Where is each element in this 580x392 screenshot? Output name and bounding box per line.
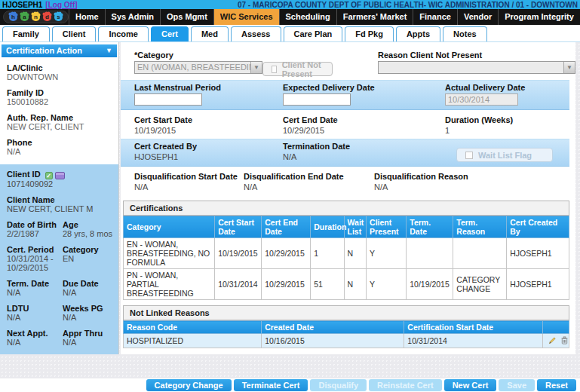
hands-logo-letter: d (43, 13, 51, 21)
certification-row: PN - WOMAN, PARTIAL BREASTFEEDING 10/31/… (124, 269, 569, 300)
lmp-input[interactable] (134, 93, 202, 106)
not-linked-reasons-table: Reason Code Created Date Certification S… (123, 320, 569, 348)
tab-income[interactable]: Income (98, 26, 149, 41)
id-card-icon (55, 172, 65, 179)
auth-rep-value: NEW CERT, CLIENT (7, 122, 118, 131)
hands-logo-letter: n (32, 13, 40, 21)
tab-appts[interactable]: Appts (396, 26, 440, 41)
hands-logo: h a n d s (0, 9, 69, 25)
tab-care-plan[interactable]: Care Plan (284, 26, 343, 41)
save-button[interactable]: Save (499, 379, 535, 391)
client-id-label: Client ID ✓ (7, 170, 118, 179)
hands-logo-letter: h (9, 13, 17, 21)
menu-item-vendor[interactable]: Vendor (457, 9, 498, 25)
not-linked-reasons-section-header: Not Linked Reasons (123, 305, 569, 320)
action-button-bar: Category Change Terminate Cert Disqualif… (0, 378, 580, 392)
chevron-down-icon: ▼ (106, 47, 112, 54)
reason-not-present-label: Reason Client Not Present (378, 51, 575, 60)
edd-input[interactable] (283, 93, 351, 106)
termination-date-label: Termination Date (283, 142, 400, 151)
actual-delivery-input[interactable] (445, 93, 518, 106)
cert-end-label: Cert End Date (283, 115, 400, 124)
phone-value: N/A (7, 147, 118, 156)
category-label: *Category (134, 51, 262, 60)
client-id-value: 1071409092 (7, 179, 118, 188)
menu-item-ops-mgmt[interactable]: Ops Mgmt (160, 9, 213, 25)
not-linked-header-row: Reason Code Created Date Certification S… (124, 321, 569, 334)
disq-reason-label: Disqualification Reason (374, 172, 575, 181)
content-area: Certification Action ▼ LA/Clinic DOWNTOW… (0, 42, 580, 378)
logged-in-user: HJOSEPH1 (2, 1, 42, 9)
menu-item-sys-admin[interactable]: Sys Admin (105, 9, 160, 25)
delete-icon[interactable] (560, 336, 569, 346)
log-off-link[interactable]: [Log Off] (45, 1, 77, 9)
category-select[interactable]: EN (WOMAN, BREASTFEEDING ▼ (134, 61, 262, 74)
cert-created-by-label: Cert Created By (134, 142, 283, 151)
duration-value: 1 (445, 126, 575, 135)
family-id-value: 150010882 (7, 97, 118, 106)
client-not-present-toggle[interactable]: Client Not Present (262, 62, 333, 76)
tab-family[interactable]: Family (2, 26, 50, 41)
tab-client[interactable]: Client (52, 26, 97, 41)
disq-end-value: N/A (244, 182, 361, 191)
disq-end-label: Disqualification End Date (244, 172, 361, 181)
top-status-bar: HJOSEPH1 [Log Off] 07 - MARICOPA COUNTY … (0, 0, 580, 9)
system-title: 07 - MARICOPA COUNTY DEPT OF PUBLIC HEAL… (238, 1, 578, 9)
lmp-label: Last Menstrual Period (134, 83, 283, 92)
wait-list-flag-toggle[interactable]: Wait List Flag (456, 148, 553, 162)
certifications-section-header: Certifications (123, 201, 569, 216)
menu-item-finance[interactable]: Finance (413, 9, 457, 25)
disq-start-label: Disqualification Start Date (134, 172, 244, 181)
menu-item-home[interactable]: Home (69, 9, 105, 25)
menu-item-farmers-market[interactable]: Farmers' Market (336, 9, 413, 25)
terminate-cert-button[interactable]: Terminate Cert (234, 379, 308, 391)
disq-reason-value: N/A (374, 182, 575, 191)
tab-fd-pkg[interactable]: Fd Pkg (345, 26, 394, 41)
disqualify-button[interactable]: Disqualify (310, 379, 367, 391)
certification-row: EN - WOMAN, BREASTFEEDING, NO FORMULA 10… (124, 238, 569, 269)
tab-med[interactable]: Med (191, 26, 229, 41)
reset-button[interactable]: Reset (537, 379, 576, 391)
menu-item-wic-services[interactable]: WIC Services (213, 9, 279, 25)
menu-item-program-integrity[interactable]: Program Integrity (498, 9, 580, 25)
tab-cert[interactable]: Cert (151, 26, 189, 41)
sidebar-pair-row: Cert. Period10/31/2014 - 10/29/2015 Cate… (7, 245, 118, 272)
verified-check-icon: ✓ (45, 172, 53, 179)
menu-item-scheduling[interactable]: Scheduling (279, 9, 336, 25)
family-id-label: Family ID (7, 88, 118, 97)
certifications-table: Category Cert Start Date Cert End Date D… (123, 216, 569, 300)
sidebar-pair-row: Next Appt.N/A Appr ThruN/A (7, 329, 118, 347)
edd-label: Expected Delivery Date (283, 83, 400, 92)
actual-delivery-label: Actual Delivery Date (445, 83, 569, 92)
duration-label: Duration (Weeks) (445, 115, 575, 124)
sidebar-pair-row: Date of Birth2/2/1987 Age28 yrs, 8 mos (7, 220, 118, 238)
client-name-label: Client Name (7, 195, 118, 204)
cert-start-label: Cert Start Date (134, 115, 283, 124)
termination-date-value: N/A (283, 152, 400, 161)
certification-action-menu[interactable]: Certification Action ▼ (2, 44, 117, 57)
auth-rep-label: Auth. Rep. Name (7, 113, 118, 122)
checkbox-icon (465, 152, 473, 159)
reinstate-cert-button[interactable]: Reinstate Cert (369, 379, 442, 391)
sidebar-pair-row: LDTUN/A Weeks PGN/A (7, 304, 118, 322)
cert-form-panel: *Category EN (WOMAN, BREASTFEEDING ▼ Cli… (121, 42, 575, 354)
checkbox-icon (272, 66, 277, 73)
tab-notes[interactable]: Notes (443, 26, 487, 41)
disq-start-value: N/A (134, 182, 244, 191)
la-clinic-label: LA/Clinic (7, 63, 118, 72)
hands-logo-letter: a (20, 13, 29, 21)
dropdown-arrow-icon: ▼ (563, 62, 575, 73)
dropdown-arrow-icon: ▼ (250, 62, 262, 73)
module-tab-bar: Family Client Income Cert Med Assess Car… (0, 25, 580, 42)
main-menu-bar: h a n d s Home Sys Admin Ops Mgmt WIC Se… (0, 9, 580, 25)
client-sidebar: Certification Action ▼ LA/Clinic DOWNTOW… (0, 42, 119, 354)
new-cert-button[interactable]: New Cert (444, 379, 497, 391)
edit-icon[interactable] (548, 336, 557, 346)
cert-created-by-value: HJOSEPH1 (134, 152, 283, 161)
reason-not-present-select[interactable]: ▼ (378, 61, 575, 74)
category-change-button[interactable]: Category Change (146, 379, 232, 391)
tab-assess[interactable]: Assess (231, 26, 281, 41)
hands-logo-letter: s (54, 13, 63, 21)
client-summary-panel: Client ID ✓ 1071409092 Client Name NEW C… (0, 164, 118, 354)
client-name-value: NEW CERT, CLIENT M (7, 204, 118, 213)
